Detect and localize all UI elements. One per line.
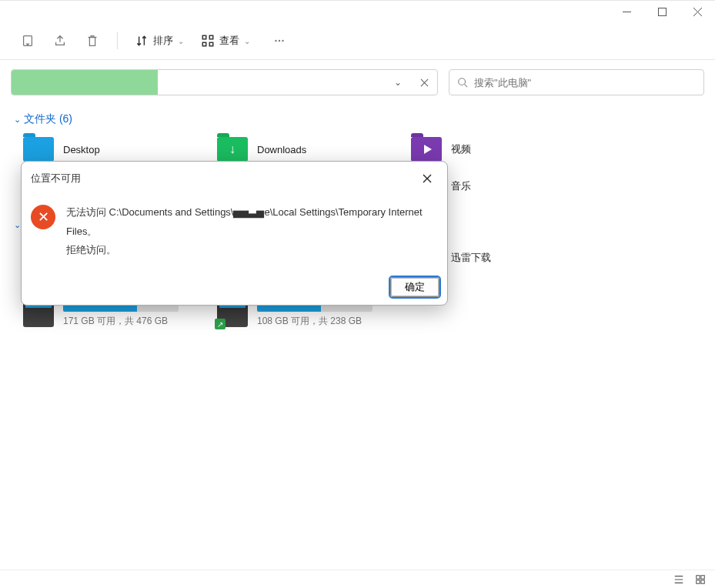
share-button[interactable] xyxy=(48,28,72,53)
svg-rect-0 xyxy=(658,8,666,15)
download-folder-icon xyxy=(217,137,248,162)
dialog-message-line2: 拒绝访问。 xyxy=(66,241,435,260)
delete-button[interactable] xyxy=(80,28,105,53)
svg-rect-11 xyxy=(701,575,704,578)
svg-rect-13 xyxy=(701,580,704,583)
share-overlay-icon: ↗ xyxy=(215,319,226,329)
error-dialog: 位置不可用 ✕ 无法访问 C:\Documents and Settings\▅… xyxy=(21,161,448,306)
more-button[interactable] xyxy=(267,28,292,53)
svg-point-9 xyxy=(459,79,466,85)
svg-rect-10 xyxy=(697,575,700,578)
drive-icon: ↗ xyxy=(217,302,248,327)
new-folder-button[interactable] xyxy=(15,28,40,53)
view-details-button[interactable] xyxy=(670,573,687,586)
drive-free-text: 171 GB 可用，共 476 GB xyxy=(63,315,217,328)
error-icon: ✕ xyxy=(31,205,55,229)
svg-point-7 xyxy=(279,40,280,42)
folder-label: Desktop xyxy=(63,144,100,155)
drive-free-text: 108 GB 可用，共 238 GB xyxy=(257,315,411,328)
window-titlebar xyxy=(0,1,715,22)
address-row: ⌄ xyxy=(0,60,715,105)
sort-label: 排序 xyxy=(153,34,173,48)
svg-rect-4 xyxy=(202,42,206,46)
chevron-down-icon: ⌄ xyxy=(14,220,21,230)
search-box[interactable] xyxy=(449,69,704,95)
search-icon xyxy=(457,77,468,88)
status-bar xyxy=(0,570,715,588)
folder-label: 音乐 xyxy=(451,179,471,193)
close-icon xyxy=(423,174,432,183)
view-button[interactable]: 查看 ⌄ xyxy=(196,31,255,51)
toolbar: 排序 ⌄ 查看 ⌄ xyxy=(0,22,715,59)
chevron-down-icon: ⌄ xyxy=(178,37,184,45)
svg-point-8 xyxy=(282,40,283,42)
dialog-message-line1: 无法访问 C:\Documents and Settings\▅▅▃▅e\Loc… xyxy=(66,203,435,241)
view-label: 查看 xyxy=(219,34,239,48)
search-input[interactable] xyxy=(474,77,696,89)
window-close-button[interactable] xyxy=(680,1,715,22)
address-bar[interactable]: ⌄ xyxy=(11,69,438,95)
svg-rect-2 xyxy=(202,35,206,39)
folder-label: 视频 xyxy=(451,142,471,156)
chevron-down-icon: ⌄ xyxy=(244,37,250,45)
svg-rect-5 xyxy=(209,42,213,46)
folder-icon xyxy=(23,137,54,162)
dialog-close-button[interactable] xyxy=(416,168,438,189)
video-folder-icon xyxy=(411,137,442,162)
address-dropdown-button[interactable]: ⌄ xyxy=(385,70,411,95)
address-stop-button[interactable] xyxy=(411,70,437,95)
folders-section-title: 文件夹 (6) xyxy=(24,112,72,126)
svg-rect-3 xyxy=(209,35,213,39)
svg-rect-12 xyxy=(697,580,700,583)
dialog-ok-button[interactable]: 确定 xyxy=(390,277,439,297)
window-maximize-button[interactable] xyxy=(644,1,680,22)
sort-button[interactable]: 排序 ⌄ xyxy=(130,31,189,51)
folders-section-header[interactable]: ⌄ 文件夹 (6) xyxy=(12,109,703,134)
dialog-text: 无法访问 C:\Documents and Settings\▅▅▃▅e\Loc… xyxy=(66,203,435,260)
drive-icon xyxy=(23,302,54,327)
toolbar-divider xyxy=(117,32,118,49)
address-progress-fill xyxy=(12,70,158,95)
view-grid-button[interactable] xyxy=(692,573,709,586)
folder-label: Downloads xyxy=(257,144,306,155)
dialog-title: 位置不可用 xyxy=(31,172,81,185)
chevron-down-icon: ⌄ xyxy=(14,115,21,125)
folder-label: 迅雷下载 xyxy=(451,251,491,265)
chevron-down-icon: ⌄ xyxy=(394,77,402,88)
svg-point-6 xyxy=(275,40,276,42)
window-minimize-button[interactable] xyxy=(609,1,644,22)
